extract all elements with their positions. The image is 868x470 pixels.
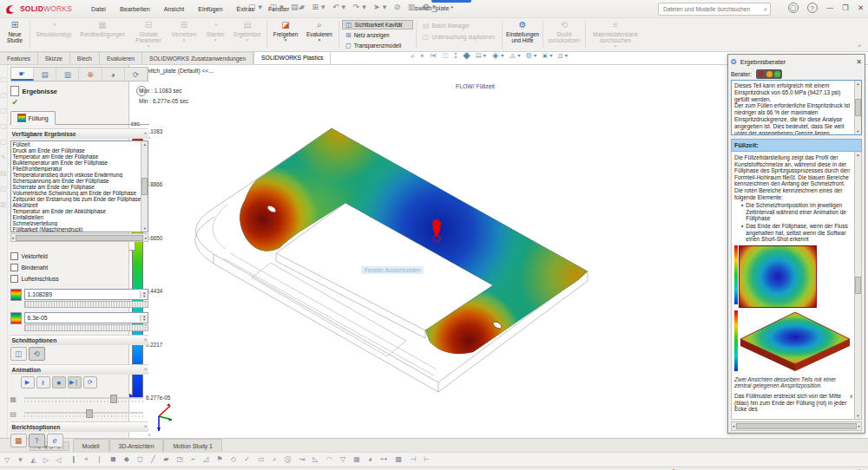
scroll-up-icon[interactable]: ▴	[857, 82, 858, 86]
result-item[interactable]: Bulktemperatur am Ende der Füllphase	[11, 160, 141, 166]
quick-access-toolbar[interactable]: ⌂ ▢▾ ◫▾ ▤▾ ⊞▾ ↶▾ ↷▾ ➤▾ ⊘ ▥ ⚙▾	[236, 3, 438, 11]
result-item[interactable]: Zeitpunkt der Erstarrung bis zum Ende de…	[11, 196, 141, 202]
collapse-icon[interactable]: ^	[144, 337, 147, 343]
result-item[interactable]: Schmelzverteilung	[11, 220, 141, 226]
result-item[interactable]: Temperatur am Ende der Füllphase	[11, 153, 141, 160]
property-manager-tab-icon[interactable]: ▤	[34, 68, 56, 81]
collapse-icon[interactable]: ^	[144, 367, 147, 373]
result-item[interactable]: Scherrate am Ende der Füllphase	[11, 184, 141, 190]
spinner-arrows[interactable]: ▲▼	[140, 291, 148, 298]
result-item[interactable]: Volumetrische Schwindung am Ende der Fül…	[11, 190, 141, 196]
command-tab[interactable]: SOLIDWORKS Zusatzanwendungen	[142, 52, 253, 64]
frames-slider[interactable]	[24, 395, 144, 403]
advisor-description-area[interactable]: Die Füllzeitdarstellung zeigt das Profil…	[731, 152, 862, 420]
help-icon[interactable]: ?	[136, 86, 147, 96]
scroll-right-icon[interactable]: ▸	[858, 424, 860, 428]
heads-up-view-toolbar[interactable]: ⌕ ⌖ ✂ ◫ ↧ ◆ ▤▾ ◈▾ ◬▾ ◍▾ ▣▾ ⊡▾	[411, 51, 569, 61]
result-item[interactable]: Temperaturanstieg durch viskose Erwärmun…	[11, 172, 141, 178]
available-results-header[interactable]: Verfügbare Ergebnisse ^	[10, 128, 149, 139]
scroll-left-icon[interactable]: ◂	[12, 236, 14, 240]
panel-scroll-down-icon[interactable]: v	[148, 432, 151, 437]
filter-icons[interactable]: ▽ ▼ ◭ ▷ ◁	[4, 456, 63, 464]
transparent-model-button[interactable]: ◻ Transparenzmodell	[342, 41, 413, 50]
menu-item[interactable]: Datei	[84, 5, 113, 13]
menu-item[interactable]: Ansicht	[157, 5, 192, 13]
clipping-flip-icon[interactable]: ⟲	[29, 347, 45, 361]
collapse-icon[interactable]: ^	[144, 424, 147, 430]
clipping-options-header[interactable]: Schnittoptionen ^	[10, 335, 149, 345]
checkbox-row[interactable]: Vektorfeld	[10, 251, 149, 262]
help-icon[interactable]: ?	[807, 3, 818, 13]
animation-button[interactable]: ▶❘	[68, 376, 82, 388]
scroll-down-icon[interactable]: ▾	[144, 226, 146, 231]
animation-button[interactable]: ‖	[36, 376, 50, 388]
min-value-slider[interactable]	[24, 324, 149, 331]
close-icon[interactable]: ✕	[856, 58, 862, 66]
cavity-visibility-button[interactable]: ◫ Sichtbarkeit Kavität	[342, 20, 413, 29]
vertical-scrollbar[interactable]: ▴ ▾	[141, 141, 148, 232]
scroll-thumb[interactable]	[16, 235, 143, 241]
snapshot-icon[interactable]: ▦	[10, 434, 27, 447]
result-item[interactable]: Füllzeit	[11, 141, 141, 147]
ribbon-collapse-icon[interactable]: ^	[858, 42, 861, 50]
clipping-plane-icon[interactable]: ◫	[10, 347, 27, 361]
property-manager-tab-icon[interactable]: ☛	[11, 68, 34, 81]
close-button[interactable]: ✕	[858, 3, 864, 12]
speed-slider[interactable]	[24, 409, 144, 418]
property-manager-tab-icon[interactable]: ◕	[102, 68, 125, 81]
command-tab[interactable]: Features	[0, 52, 38, 64]
scroll-thumb[interactable]	[855, 277, 861, 294]
command-tab[interactable]: Skizze	[38, 52, 70, 64]
command-tab[interactable]: Evaluieren	[100, 52, 142, 64]
scroll-down-icon[interactable]: ▾	[857, 414, 858, 418]
web-report-icon[interactable]: e	[47, 434, 63, 447]
horizontal-scrollbar[interactable]: ◂ ▸	[10, 233, 149, 242]
maximize-button[interactable]: ❒	[842, 3, 849, 12]
vertical-scrollbar[interactable]: ▴ ▾	[854, 152, 861, 419]
show-mesh-button[interactable]: ⊞ Netz anzeigen	[342, 30, 413, 40]
share-button[interactable]: ◪ Freigeben ▾	[269, 18, 302, 51]
filter-tool-icons[interactable]: ❙ ⌖ ❘ ◼ ◆ ◻ ╱ ▰ ◳ ⌐ ◿ ⚑ ◇ ✓ ▭ ⌕ Ⓐ ↝ ◺ ◠ …	[70, 455, 432, 464]
advisor-summary-box[interactable]: Dieses Teil kann erfolgreich mit einem E…	[731, 80, 862, 135]
animation-button[interactable]: ▶	[21, 376, 35, 388]
report-options-header[interactable]: Berichtsoptionen ^	[10, 421, 149, 432]
checkbox[interactable]	[10, 275, 18, 283]
scroll-up-icon[interactable]: ▴	[144, 142, 146, 147]
search-box[interactable]: ⌕	[658, 3, 771, 16]
horizontal-scrollbar[interactable]: ◂ ▸	[731, 421, 862, 431]
chevron-down-icon[interactable]: ∨	[849, 393, 853, 399]
checkbox[interactable]	[10, 264, 18, 271]
result-item[interactable]: Fließfronttemperatur	[11, 166, 141, 172]
property-manager-tab-icon[interactable]: ⟳	[125, 68, 148, 81]
checkbox-row[interactable]: Bindenaht	[10, 262, 149, 273]
view-tab[interactable]: Motion Study 1	[163, 439, 221, 452]
scroll-thumb[interactable]	[736, 423, 856, 429]
command-tab[interactable]: Blech	[70, 52, 100, 64]
min-value-field[interactable]: 6.3e-05 ▲▼	[24, 312, 149, 323]
result-item[interactable]: Temperatur am Ende der Abkühlphase	[11, 208, 141, 214]
minimize-button[interactable]: —	[826, 3, 834, 12]
checkbox-row[interactable]: Lufteinschluss	[10, 273, 149, 284]
scroll-down-icon[interactable]: ▾	[857, 129, 858, 134]
panel-scroll-up-icon[interactable]: ^	[148, 136, 150, 141]
result-item[interactable]: Druck am Ende der Füllphase	[11, 147, 141, 153]
scroll-thumb[interactable]	[141, 178, 148, 195]
account-icon[interactable]: ◯	[788, 3, 799, 13]
report-help-icon[interactable]: ?	[29, 434, 45, 447]
vertical-scrollbar[interactable]: ▴ ▾	[854, 81, 861, 134]
animation-header[interactable]: Animation ^	[10, 364, 149, 375]
search-icon[interactable]: ⌕	[764, 5, 767, 14]
search-input[interactable]	[661, 5, 764, 13]
menu-item[interactable]: Bearbeiten	[113, 5, 157, 13]
animation-button[interactable]: ■	[52, 376, 66, 388]
scroll-left-icon[interactable]: ◂	[733, 424, 734, 428]
scroll-thumb[interactable]	[855, 99, 861, 116]
max-value-slider[interactable]	[24, 301, 149, 308]
max-value-field[interactable]: 1.108289 ▲▼	[24, 289, 149, 300]
menu-item[interactable]: Einfügen	[191, 5, 229, 13]
ok-check-icon[interactable]: ✔	[12, 98, 149, 108]
scroll-up-icon[interactable]: ▴	[857, 153, 858, 157]
result-item[interactable]: Einfallstellen	[11, 214, 141, 220]
property-manager-tab-icon[interactable]: ⊕	[79, 68, 102, 81]
property-manager-tab-icon[interactable]: ▥	[56, 68, 79, 81]
